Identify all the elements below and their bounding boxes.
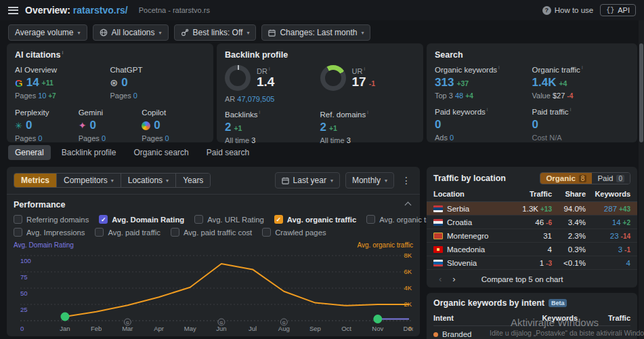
- scrollbar-thumb[interactable]: [639, 43, 643, 142]
- ref-domains-value[interactable]: 2: [320, 121, 326, 134]
- checkbox-avg-impressions[interactable]: Avg. Impressions: [14, 228, 85, 237]
- checkbox-box: ✓: [99, 215, 108, 224]
- paid-traffic-value[interactable]: 0: [532, 118, 630, 132]
- section-tabs: GeneralBacklink profileOrganic searchPai…: [8, 145, 256, 160]
- toolbar-button-all-locations[interactable]: All locations▾: [93, 24, 169, 41]
- tab-general[interactable]: General: [8, 145, 51, 160]
- location-row[interactable]: Croatia46-63.4%14+2: [427, 216, 637, 229]
- ai-citations-value[interactable]: 0: [26, 119, 32, 132]
- checkbox-crawled-pages[interactable]: Crawled pages: [262, 228, 326, 237]
- pages-label: Pages: [15, 92, 38, 100]
- checkbox-referring-domains[interactable]: Referring domains: [14, 215, 89, 224]
- segment-years[interactable]: Years: [175, 174, 210, 187]
- left-axis-tick: 100: [20, 257, 31, 264]
- ur-delta: -1: [369, 79, 375, 87]
- segment-locations[interactable]: Locations▾: [121, 174, 175, 187]
- location-row[interactable]: Serbia1.3K+1394.0%287+43: [427, 202, 637, 216]
- paid-keywords-value[interactable]: 0: [435, 118, 532, 132]
- checkbox-avg-paid-traffic-cost[interactable]: Avg. paid traffic cost: [171, 228, 252, 237]
- ai-citations-value[interactable]: 0: [154, 119, 160, 132]
- pages-value[interactable]: 0: [102, 134, 106, 142]
- ai-citations-value[interactable]: 0: [121, 76, 127, 89]
- keywords-value[interactable]: 287: [604, 205, 617, 213]
- performance-chart[interactable]: 1008K756K504K252K00JanFebMarAprMayJunJul…: [14, 249, 413, 339]
- croatia-flag-icon: [433, 219, 443, 226]
- pages-value[interactable]: 0: [38, 134, 42, 142]
- checkbox-avg-organic-traffic[interactable]: ✓Avg. organic traffic: [274, 215, 357, 224]
- location-row[interactable]: Macedonia40.3%3-1: [427, 243, 637, 256]
- page-prev-icon[interactable]: ‹: [433, 274, 447, 284]
- ai-citations-value[interactable]: 14: [26, 76, 39, 89]
- ai-citation-item: Perplexity✳0Pages 0: [15, 108, 79, 142]
- segment-metrics[interactable]: Metrics: [14, 174, 56, 187]
- organic-traffic-label: Organic traffic: [532, 65, 630, 74]
- keywords-value[interactable]: 23: [610, 232, 619, 240]
- ai-pages-row: Pages 10 +7: [15, 92, 110, 100]
- ai-citations-grid: AI OverviewG14+11Pages 10 +7ChatGPT⊛0Pag…: [15, 66, 205, 142]
- organic-traffic-value[interactable]: 1.4K: [532, 76, 557, 89]
- ar-value[interactable]: 47,079,505: [237, 95, 274, 103]
- backlink-profile-title: Backlink profile: [225, 50, 415, 60]
- checkbox-box: [95, 228, 104, 237]
- dr-gauge: [225, 65, 251, 91]
- intent-row[interactable]: Branded: [433, 330, 630, 338]
- traffic-delta: +13: [540, 205, 552, 213]
- more-options-icon[interactable]: ⋮: [400, 175, 413, 186]
- ref-domains-alltime: All time 3: [320, 136, 416, 144]
- tab-organic-search[interactable]: Organic search: [127, 145, 195, 160]
- period-dropdown[interactable]: Last year ▾: [275, 172, 340, 188]
- backlinks-value[interactable]: 2: [225, 121, 231, 134]
- tab-paid-search[interactable]: Paid search: [200, 145, 256, 160]
- location-cell: Slovenia: [433, 259, 507, 267]
- segment-competitors[interactable]: Competitors▾: [56, 174, 121, 187]
- toolbar-button-average-volume[interactable]: Average volume▾: [8, 24, 87, 41]
- checkbox-avg-domain-rating[interactable]: ✓Avg. Domain Rating: [99, 215, 184, 224]
- ai-citation-item: Gemini✦0Pages 0: [79, 108, 142, 142]
- keywords-value[interactable]: 3: [618, 245, 622, 254]
- keywords-delta: -14: [621, 233, 630, 240]
- toolbar-button-changes-last-month[interactable]: Changes: Last month▾: [261, 24, 370, 41]
- traffic-value: 46: [535, 218, 544, 226]
- month-label: Jan: [60, 325, 70, 332]
- page-next-icon[interactable]: ›: [447, 274, 460, 284]
- serbia-flag-icon: [433, 205, 443, 212]
- checkbox-box: [194, 215, 203, 224]
- granularity-dropdown[interactable]: Monthly ▾: [345, 172, 394, 188]
- google-icon: G: [15, 77, 23, 89]
- traffic-cell: 46-6: [507, 218, 552, 226]
- toggle-paid[interactable]: Paid0: [592, 173, 630, 184]
- keywords-value[interactable]: 14: [612, 218, 621, 226]
- checkbox-avg-url-rating[interactable]: Avg. URL Rating: [194, 215, 264, 224]
- collapse-chevron-icon[interactable]: [405, 201, 412, 208]
- month-label: Jun: [216, 325, 226, 332]
- toggle-organic[interactable]: Organic8: [540, 173, 592, 184]
- pages-label: Pages: [142, 134, 165, 142]
- location-row[interactable]: Slovenia1-3<0.1%4: [427, 256, 637, 270]
- pages-value[interactable]: 10: [38, 92, 46, 100]
- pages-value[interactable]: 0: [133, 92, 137, 100]
- ref-domains-label: Ref. domains: [320, 110, 416, 119]
- location-row[interactable]: Montenegro312.3%23-14: [427, 229, 637, 243]
- gemini-icon: ✦: [79, 120, 87, 131]
- keywords-value[interactable]: 4: [626, 259, 630, 267]
- checkbox-box: [262, 228, 271, 237]
- pages-value[interactable]: 0: [165, 134, 169, 142]
- toggle-count-badge: 8: [579, 175, 587, 182]
- api-button[interactable]: {} API: [600, 4, 636, 16]
- left-axis-tick: 75: [20, 273, 28, 281]
- traffic-cell: 4: [507, 245, 552, 254]
- traffic-value: 31: [543, 232, 552, 240]
- toolbar-button-best-links-off[interactable]: Best links: Off▾: [174, 24, 257, 41]
- compare-top5-link[interactable]: Compare top 5 on chart: [481, 275, 563, 283]
- month-label: Feb: [91, 325, 102, 332]
- segment-label: Locations: [128, 176, 163, 185]
- ai-pages-row: Pages 0: [15, 134, 79, 142]
- domain-link[interactable]: ratarstvo.rs/: [73, 5, 128, 16]
- tab-backlink-profile[interactable]: Backlink profile: [55, 145, 123, 160]
- organic-keywords-value[interactable]: 313: [435, 76, 454, 89]
- ai-citations-value[interactable]: 0: [89, 119, 95, 132]
- right-axis-label: Avg. organic traffic: [358, 241, 413, 249]
- how-to-use-button[interactable]: ? How to use: [542, 6, 594, 15]
- hamburger-menu-icon[interactable]: [8, 7, 18, 14]
- checkbox-avg-paid-traffic[interactable]: Avg. paid traffic: [95, 228, 160, 237]
